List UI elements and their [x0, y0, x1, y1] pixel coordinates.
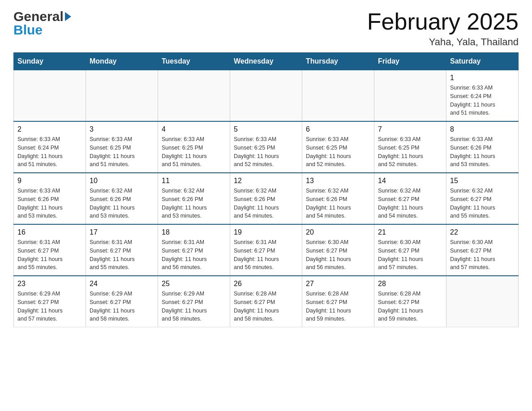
day-number: 20	[306, 228, 370, 236]
day-info: Sunrise: 6:31 AM Sunset: 6:27 PM Dayligh…	[17, 238, 82, 272]
calendar-cell: 15Sunrise: 6:32 AM Sunset: 6:27 PM Dayli…	[446, 173, 519, 224]
day-info: Sunrise: 6:33 AM Sunset: 6:25 PM Dayligh…	[378, 135, 442, 169]
calendar-week-row: 9Sunrise: 6:33 AM Sunset: 6:26 PM Daylig…	[14, 173, 519, 224]
calendar-cell: 6Sunrise: 6:33 AM Sunset: 6:25 PM Daylig…	[302, 121, 374, 173]
location-title: Yaha, Yala, Thailand	[367, 36, 519, 48]
day-number: 25	[162, 280, 226, 288]
day-number: 16	[17, 228, 82, 236]
day-info: Sunrise: 6:28 AM Sunset: 6:27 PM Dayligh…	[234, 290, 298, 323]
day-number: 23	[17, 280, 82, 288]
weekday-header-thursday: Thursday	[302, 53, 374, 70]
weekday-header-friday: Friday	[374, 53, 446, 70]
day-number: 3	[90, 125, 154, 133]
calendar-cell: 27Sunrise: 6:28 AM Sunset: 6:27 PM Dayli…	[302, 276, 374, 327]
weekday-header-tuesday: Tuesday	[158, 53, 230, 70]
day-info: Sunrise: 6:33 AM Sunset: 6:24 PM Dayligh…	[450, 84, 515, 117]
calendar-cell: 11Sunrise: 6:32 AM Sunset: 6:26 PM Dayli…	[158, 173, 230, 224]
logo-general-text: General	[13, 9, 71, 24]
calendar-cell: 1Sunrise: 6:33 AM Sunset: 6:24 PM Daylig…	[446, 70, 519, 122]
calendar-cell: 12Sunrise: 6:32 AM Sunset: 6:26 PM Dayli…	[230, 173, 302, 224]
day-info: Sunrise: 6:29 AM Sunset: 6:27 PM Dayligh…	[162, 290, 226, 323]
day-info: Sunrise: 6:30 AM Sunset: 6:27 PM Dayligh…	[450, 238, 515, 272]
calendar-cell: 18Sunrise: 6:31 AM Sunset: 6:27 PM Dayli…	[158, 224, 230, 276]
calendar-cell: 7Sunrise: 6:33 AM Sunset: 6:25 PM Daylig…	[374, 121, 446, 173]
day-number: 7	[378, 125, 442, 133]
day-number: 28	[378, 280, 442, 288]
calendar-cell	[158, 70, 230, 122]
calendar-week-row: 23Sunrise: 6:29 AM Sunset: 6:27 PM Dayli…	[14, 276, 519, 327]
day-info: Sunrise: 6:32 AM Sunset: 6:26 PM Dayligh…	[234, 187, 298, 220]
day-number: 27	[306, 280, 370, 288]
calendar-cell: 26Sunrise: 6:28 AM Sunset: 6:27 PM Dayli…	[230, 276, 302, 327]
day-info: Sunrise: 6:31 AM Sunset: 6:27 PM Dayligh…	[162, 238, 226, 272]
calendar-cell: 3Sunrise: 6:33 AM Sunset: 6:25 PM Daylig…	[86, 121, 158, 173]
weekday-header-wednesday: Wednesday	[230, 53, 302, 70]
calendar-cell	[302, 70, 374, 122]
day-number: 17	[90, 228, 154, 236]
calendar-cell	[446, 276, 519, 327]
day-info: Sunrise: 6:30 AM Sunset: 6:27 PM Dayligh…	[306, 238, 370, 272]
calendar-cell: 13Sunrise: 6:32 AM Sunset: 6:26 PM Dayli…	[302, 173, 374, 224]
day-number: 11	[162, 177, 226, 185]
calendar-cell	[374, 70, 446, 122]
calendar-cell: 10Sunrise: 6:32 AM Sunset: 6:26 PM Dayli…	[86, 173, 158, 224]
weekday-header-sunday: Sunday	[14, 53, 86, 70]
day-info: Sunrise: 6:31 AM Sunset: 6:27 PM Dayligh…	[90, 238, 154, 272]
day-number: 13	[306, 177, 370, 185]
day-info: Sunrise: 6:32 AM Sunset: 6:26 PM Dayligh…	[90, 187, 154, 220]
day-number: 9	[17, 177, 82, 185]
calendar-cell: 5Sunrise: 6:33 AM Sunset: 6:25 PM Daylig…	[230, 121, 302, 173]
day-number: 10	[90, 177, 154, 185]
day-number: 5	[234, 125, 298, 133]
day-info: Sunrise: 6:33 AM Sunset: 6:26 PM Dayligh…	[17, 187, 82, 220]
day-info: Sunrise: 6:33 AM Sunset: 6:25 PM Dayligh…	[162, 135, 226, 169]
day-number: 14	[378, 177, 442, 185]
day-number: 21	[378, 228, 442, 236]
calendar-cell	[230, 70, 302, 122]
calendar-cell: 8Sunrise: 6:33 AM Sunset: 6:26 PM Daylig…	[446, 121, 519, 173]
day-number: 19	[234, 228, 298, 236]
weekday-header-saturday: Saturday	[446, 53, 519, 70]
calendar-cell: 21Sunrise: 6:30 AM Sunset: 6:27 PM Dayli…	[374, 224, 446, 276]
calendar-cell: 22Sunrise: 6:30 AM Sunset: 6:27 PM Dayli…	[446, 224, 519, 276]
day-number: 1	[450, 74, 515, 82]
weekday-header-monday: Monday	[86, 53, 158, 70]
day-number: 6	[306, 125, 370, 133]
calendar-cell: 4Sunrise: 6:33 AM Sunset: 6:25 PM Daylig…	[158, 121, 230, 173]
day-info: Sunrise: 6:32 AM Sunset: 6:26 PM Dayligh…	[306, 187, 370, 220]
calendar-cell: 28Sunrise: 6:28 AM Sunset: 6:27 PM Dayli…	[374, 276, 446, 327]
calendar-cell: 9Sunrise: 6:33 AM Sunset: 6:26 PM Daylig…	[14, 173, 86, 224]
calendar-week-row: 16Sunrise: 6:31 AM Sunset: 6:27 PM Dayli…	[14, 224, 519, 276]
calendar-cell: 23Sunrise: 6:29 AM Sunset: 6:27 PM Dayli…	[14, 276, 86, 327]
calendar-cell	[14, 70, 86, 122]
day-info: Sunrise: 6:29 AM Sunset: 6:27 PM Dayligh…	[90, 290, 154, 323]
day-info: Sunrise: 6:33 AM Sunset: 6:26 PM Dayligh…	[450, 135, 515, 169]
day-info: Sunrise: 6:30 AM Sunset: 6:27 PM Dayligh…	[378, 238, 442, 272]
calendar-cell: 24Sunrise: 6:29 AM Sunset: 6:27 PM Dayli…	[86, 276, 158, 327]
page-header: General Blue February 2025 Yaha, Yala, T…	[13, 9, 519, 48]
day-info: Sunrise: 6:33 AM Sunset: 6:25 PM Dayligh…	[234, 135, 298, 169]
day-info: Sunrise: 6:29 AM Sunset: 6:27 PM Dayligh…	[17, 290, 82, 323]
logo: General Blue	[13, 9, 71, 38]
day-info: Sunrise: 6:33 AM Sunset: 6:25 PM Dayligh…	[306, 135, 370, 169]
day-info: Sunrise: 6:28 AM Sunset: 6:27 PM Dayligh…	[306, 290, 370, 323]
day-number: 26	[234, 280, 298, 288]
calendar-cell	[86, 70, 158, 122]
calendar-cell: 2Sunrise: 6:33 AM Sunset: 6:24 PM Daylig…	[14, 121, 86, 173]
day-number: 24	[90, 280, 154, 288]
day-number: 12	[234, 177, 298, 185]
day-info: Sunrise: 6:32 AM Sunset: 6:27 PM Dayligh…	[450, 187, 515, 220]
day-number: 8	[450, 125, 515, 133]
logo-arrow-icon	[65, 12, 71, 21]
title-section: February 2025 Yaha, Yala, Thailand	[367, 9, 519, 48]
day-info: Sunrise: 6:32 AM Sunset: 6:27 PM Dayligh…	[378, 187, 442, 220]
calendar-cell: 20Sunrise: 6:30 AM Sunset: 6:27 PM Dayli…	[302, 224, 374, 276]
day-info: Sunrise: 6:32 AM Sunset: 6:26 PM Dayligh…	[162, 187, 226, 220]
calendar-header-row: SundayMondayTuesdayWednesdayThursdayFrid…	[14, 53, 519, 70]
day-number: 4	[162, 125, 226, 133]
calendar-cell: 19Sunrise: 6:31 AM Sunset: 6:27 PM Dayli…	[230, 224, 302, 276]
day-info: Sunrise: 6:31 AM Sunset: 6:27 PM Dayligh…	[234, 238, 298, 272]
calendar-table: SundayMondayTuesdayWednesdayThursdayFrid…	[13, 52, 519, 327]
logo-blue-text: Blue	[13, 22, 43, 38]
day-info: Sunrise: 6:33 AM Sunset: 6:25 PM Dayligh…	[90, 135, 154, 169]
